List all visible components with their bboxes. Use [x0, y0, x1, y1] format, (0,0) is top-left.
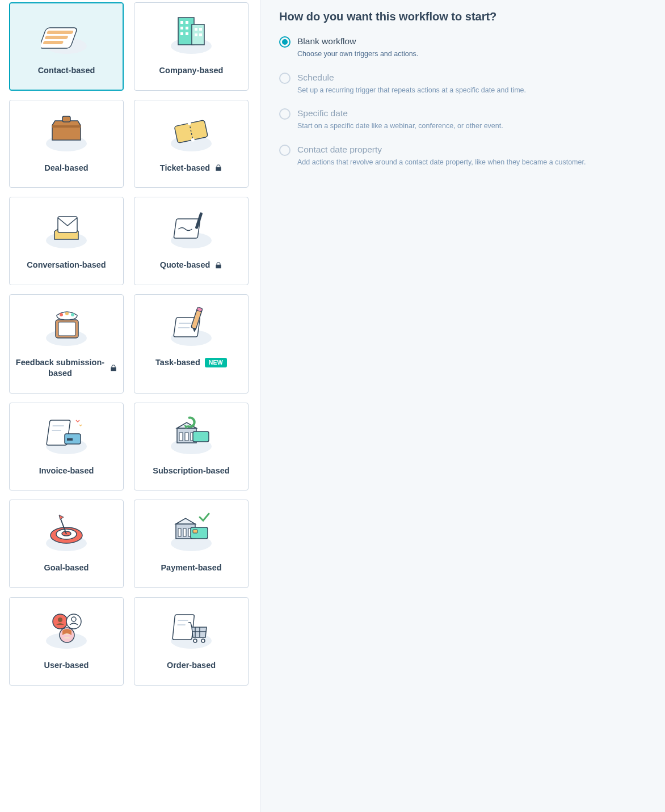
new-badge: NEW	[205, 358, 227, 367]
svg-point-35	[65, 312, 69, 315]
svg-point-86	[193, 639, 197, 642]
svg-rect-9	[186, 21, 188, 24]
svg-point-87	[201, 639, 205, 642]
option-description: Add actions that revolve around a contac…	[297, 158, 586, 168]
card-label: Company-based	[159, 65, 224, 77]
radio-icon	[279, 73, 291, 84]
start-option-contact-date: Contact date propertyAdd actions that re…	[279, 144, 650, 168]
order-icon	[166, 607, 217, 652]
svg-point-74	[58, 618, 62, 622]
card-user[interactable]: User-based	[9, 597, 124, 686]
option-label: Blank workflow	[297, 36, 418, 47]
card-label: Deal-based	[44, 163, 88, 174]
card-label: Payment-based	[161, 563, 221, 574]
conversation-icon	[41, 206, 92, 252]
svg-rect-33	[58, 322, 75, 336]
svg-point-36	[71, 313, 74, 316]
quote-icon	[166, 206, 217, 252]
option-description: Choose your own triggers and actions.	[297, 49, 418, 60]
svg-rect-71	[193, 530, 197, 533]
svg-rect-13	[186, 32, 188, 35]
radio-icon	[279, 145, 291, 156]
deal-icon	[41, 109, 92, 155]
svg-point-34	[60, 313, 63, 316]
card-feedback[interactable]: Feedback submission-based	[9, 294, 124, 394]
lock-icon	[214, 164, 222, 172]
radio-icon	[279, 108, 291, 120]
svg-rect-7	[192, 24, 204, 45]
card-label: Quote-based	[160, 260, 211, 271]
card-company[interactable]: Company-based	[134, 2, 249, 91]
card-ticket[interactable]: Ticket-based	[134, 100, 249, 188]
svg-rect-68	[183, 528, 186, 536]
company-icon	[166, 12, 217, 57]
svg-rect-17	[199, 33, 202, 36]
option-description: Set up a recurring trigger that repeats …	[297, 86, 526, 96]
svg-rect-16	[195, 33, 197, 36]
subscription-icon	[166, 412, 217, 458]
option-description: Start on a specific date like a webinar,…	[297, 121, 503, 132]
svg-marker-66	[176, 518, 195, 524]
card-subscription[interactable]: Subscription-based	[134, 403, 249, 491]
card-label: Subscription-based	[153, 466, 229, 477]
card-label: Conversation-based	[27, 260, 106, 271]
card-label: Task-based	[155, 357, 200, 369]
svg-rect-54	[185, 433, 188, 441]
goal-icon	[41, 509, 92, 555]
start-option-specific-date: Specific dateStart on a specific date li…	[279, 108, 650, 132]
svg-rect-67	[178, 528, 181, 536]
svg-rect-2	[47, 31, 74, 34]
lock-icon	[110, 364, 117, 372]
svg-rect-3	[44, 36, 68, 39]
card-label: Goal-based	[44, 563, 89, 574]
feedback-icon	[41, 304, 92, 349]
card-label: Contact-based	[38, 65, 95, 77]
option-label: Specific date	[297, 108, 503, 119]
svg-rect-56	[193, 432, 209, 442]
card-task[interactable]: Task-basedNEW	[134, 294, 249, 394]
card-label: User-based	[44, 660, 89, 671]
card-label: Order-based	[167, 660, 216, 671]
card-contact[interactable]: Contact-based	[9, 2, 124, 91]
panel-title: How do you want this workflow to start?	[279, 10, 650, 23]
svg-rect-15	[199, 28, 202, 31]
card-deal[interactable]: Deal-based	[9, 100, 124, 188]
radio-icon	[279, 36, 291, 48]
start-option-schedule: ScheduleSet up a recurring trigger that …	[279, 72, 650, 96]
card-invoice[interactable]: Invoice-based	[9, 403, 124, 491]
svg-rect-14	[195, 28, 197, 31]
option-label: Schedule	[297, 72, 526, 83]
start-option-blank[interactable]: Blank workflowChoose your own triggers a…	[279, 36, 650, 60]
card-order[interactable]: Order-based	[134, 597, 249, 686]
invoice-icon	[41, 412, 92, 458]
card-label: Invoice-based	[39, 466, 94, 477]
start-options-panel: How do you want this workflow to start? …	[261, 0, 665, 812]
svg-rect-4	[43, 41, 64, 44]
svg-rect-20	[52, 125, 81, 128]
card-conversation[interactable]: Conversation-based	[9, 197, 124, 285]
svg-rect-19	[62, 116, 70, 122]
svg-rect-49	[67, 438, 73, 441]
svg-rect-53	[179, 433, 183, 441]
workflow-type-grid: Contact-basedCompany-basedDeal-basedTick…	[9, 2, 260, 686]
svg-rect-11	[186, 27, 188, 29]
card-label: Ticket-based	[160, 163, 210, 174]
contacts-icon	[41, 12, 92, 57]
card-quote[interactable]: Quote-based	[134, 197, 249, 285]
card-goal[interactable]: Goal-based	[9, 500, 124, 588]
svg-rect-8	[180, 21, 183, 24]
lock-icon	[214, 261, 222, 269]
card-payment[interactable]: Payment-based	[134, 500, 249, 588]
payment-icon	[166, 509, 217, 555]
card-label: Feedback submission-based	[15, 357, 105, 379]
ticket-icon	[166, 109, 217, 155]
svg-marker-63	[59, 515, 64, 519]
svg-rect-12	[180, 32, 183, 35]
svg-rect-10	[180, 27, 183, 29]
svg-rect-80	[172, 615, 195, 640]
task-icon	[166, 304, 217, 349]
user-icon	[41, 607, 92, 652]
svg-rect-27	[58, 217, 77, 232]
option-label: Contact date property	[297, 144, 586, 155]
